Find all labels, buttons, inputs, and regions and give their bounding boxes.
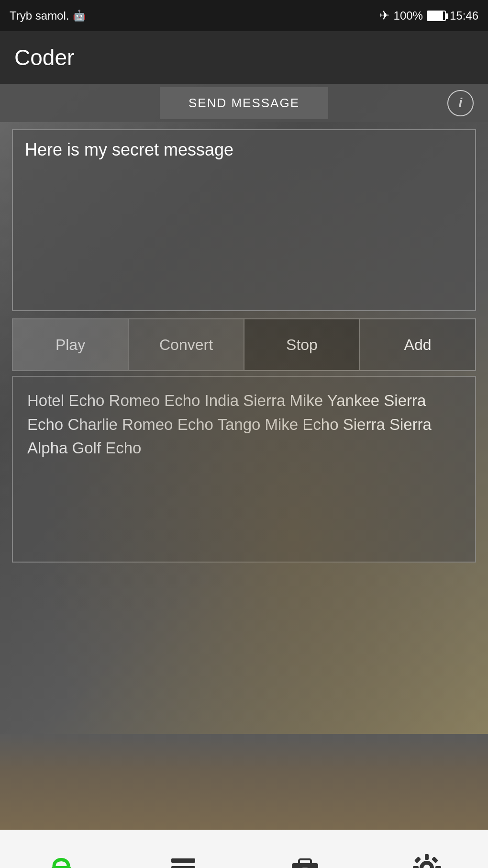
message-input-container: Here is my secret message bbox=[12, 129, 476, 311]
add-button[interactable]: Add bbox=[360, 318, 476, 371]
svg-rect-15 bbox=[414, 856, 421, 863]
svg-rect-11 bbox=[425, 854, 429, 860]
nav-item-options[interactable]: Options bbox=[366, 853, 488, 868]
info-button[interactable]: i bbox=[447, 90, 474, 116]
svg-rect-14 bbox=[435, 866, 441, 868]
svg-rect-2 bbox=[171, 858, 195, 863]
tab-send-message[interactable]: SEND MESSAGE bbox=[160, 87, 328, 119]
svg-rect-6 bbox=[299, 859, 311, 865]
svg-point-10 bbox=[424, 866, 429, 868]
battery-percent: 100% bbox=[394, 9, 423, 23]
options-icon bbox=[411, 853, 443, 868]
nav-item-alphabet[interactable]: Alphabet bbox=[122, 853, 244, 868]
status-right: ✈ 100% 15:46 bbox=[379, 8, 478, 23]
main-content: SEND MESSAGE i Here is my secret message… bbox=[0, 84, 488, 734]
status-bar: Tryb samol. 🤖 ✈ 100% 15:46 bbox=[0, 0, 488, 31]
output-container: Hotel Echo Romeo Echo India Sierra Mike … bbox=[12, 376, 476, 563]
android-icon: 🤖 bbox=[73, 10, 86, 22]
play-button[interactable]: Play bbox=[12, 318, 128, 371]
output-text: Hotel Echo Romeo Echo India Sierra Mike … bbox=[27, 389, 461, 460]
alphabet-icon bbox=[167, 853, 199, 868]
svg-rect-13 bbox=[413, 866, 419, 868]
time-display: 15:46 bbox=[450, 9, 478, 23]
status-left: Tryb samol. 🤖 bbox=[10, 9, 86, 23]
status-mode-text: Tryb samol. bbox=[10, 9, 69, 23]
battery-icon bbox=[427, 11, 446, 21]
message-input[interactable]: Here is my secret message bbox=[25, 140, 463, 301]
convert-button[interactable]: Convert bbox=[128, 318, 244, 371]
favourites-icon bbox=[289, 853, 321, 868]
action-buttons-row: Play Convert Stop Add bbox=[12, 318, 476, 371]
airplane-icon: ✈ bbox=[379, 8, 390, 23]
nav-item-favourites[interactable]: Favourites bbox=[244, 853, 366, 868]
stop-button[interactable]: Stop bbox=[244, 318, 360, 371]
tab-bar: SEND MESSAGE i bbox=[0, 84, 488, 122]
svg-rect-3 bbox=[171, 866, 195, 868]
app-title: Coder bbox=[14, 45, 74, 70]
coder-icon bbox=[45, 853, 77, 868]
nav-item-coder[interactable]: Coder bbox=[0, 853, 122, 868]
svg-rect-0 bbox=[52, 866, 71, 868]
svg-rect-16 bbox=[432, 856, 438, 863]
blurred-transition bbox=[0, 734, 488, 830]
app-bar: Coder bbox=[0, 31, 488, 84]
bottom-nav: Coder Alphabet Favourites bbox=[0, 830, 488, 868]
